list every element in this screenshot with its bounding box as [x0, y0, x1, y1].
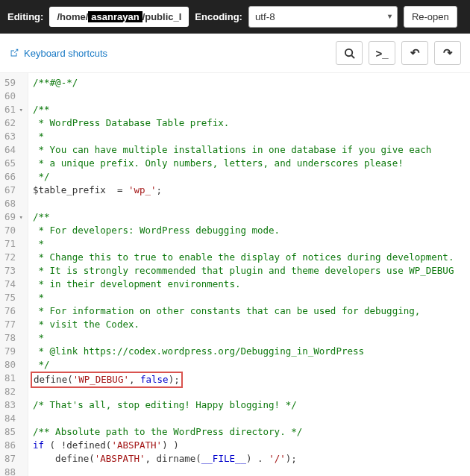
- undo-button[interactable]: ↶: [401, 41, 428, 65]
- external-link-icon: [9, 48, 19, 58]
- keyboard-shortcuts-label: Keyboard shortcuts: [24, 48, 107, 59]
- line-number: 87: [3, 452, 23, 466]
- code-line[interactable]: /**#@-*/: [33, 76, 454, 90]
- line-number: 75: [3, 291, 23, 304]
- line-number: 85: [3, 425, 23, 439]
- line-number: 66: [3, 170, 23, 184]
- line-number: 65: [3, 157, 23, 170]
- line-number: 88: [3, 466, 23, 476]
- code-line[interactable]: *: [33, 331, 454, 345]
- line-number: 79: [3, 345, 23, 358]
- highlighted-line: define('WP_DEBUG', false);: [31, 372, 183, 388]
- line-number: 76: [3, 304, 23, 318]
- code-line[interactable]: [33, 466, 454, 476]
- path-redacted: asanrayan: [88, 11, 142, 22]
- toolbar-icon-group: >_ ↶ ↷: [336, 41, 461, 65]
- code-line[interactable]: /**: [33, 210, 454, 224]
- line-number: 62: [3, 116, 23, 130]
- redo-button[interactable]: ↷: [434, 41, 461, 65]
- file-path-input[interactable]: /home/ asanrayan /public_l: [49, 7, 189, 27]
- encoding-select[interactable]: utf-8: [248, 6, 398, 28]
- line-number: 61▾: [3, 103, 23, 116]
- line-number: 78: [3, 331, 23, 345]
- search-icon: [344, 48, 355, 59]
- line-number: 64: [3, 143, 23, 157]
- line-number: 72: [3, 251, 23, 264]
- code-line[interactable]: *: [33, 291, 454, 304]
- encoding-label: Encoding:: [195, 11, 242, 22]
- code-line[interactable]: * For information on other constants tha…: [33, 304, 454, 318]
- code-line[interactable]: * It is strongly recommended that plugin…: [33, 264, 454, 278]
- code-line[interactable]: define('WP_DEBUG', false);: [33, 372, 454, 385]
- line-number: 73: [3, 264, 23, 278]
- code-line[interactable]: * @link https://codex.wordpress.org/Debu…: [33, 345, 454, 358]
- editing-label: Editing:: [7, 11, 43, 22]
- line-number: 67: [3, 184, 23, 197]
- svg-line-1: [351, 55, 354, 58]
- code-content[interactable]: /**#@-*/ /** * WordPress Database Table …: [28, 73, 458, 476]
- line-number: 82: [3, 385, 23, 398]
- code-line[interactable]: * in their development environments.: [33, 278, 454, 291]
- line-number: 86: [3, 439, 23, 452]
- path-prefix: /home/: [57, 11, 88, 22]
- line-number: 84: [3, 412, 23, 425]
- code-editor[interactable]: 596061▾6263646566676869▾7071727374757677…: [0, 73, 470, 476]
- code-line[interactable]: *: [33, 237, 454, 251]
- line-number: 74: [3, 278, 23, 291]
- code-line[interactable]: if ( !defined('ABSPATH') ): [33, 439, 454, 452]
- code-line[interactable]: * You can have multiple installations in…: [33, 143, 454, 157]
- code-line[interactable]: * a unique prefix. Only numbers, letters…: [33, 157, 454, 170]
- line-number: 81: [3, 372, 23, 385]
- code-line[interactable]: define('ABSPATH', dirname(__FILE__) . '/…: [33, 452, 454, 466]
- code-line[interactable]: /**: [33, 103, 454, 116]
- code-line[interactable]: [33, 197, 454, 210]
- code-line[interactable]: [33, 412, 454, 425]
- terminal-button[interactable]: >_: [369, 41, 395, 65]
- svg-point-0: [345, 48, 351, 55]
- code-line[interactable]: $table_prefix = 'wp_';: [33, 184, 454, 197]
- line-number: 60: [3, 90, 23, 103]
- reopen-button[interactable]: Re-open: [404, 6, 457, 28]
- fold-toggle-icon[interactable]: ▾: [17, 210, 23, 224]
- code-line[interactable]: */: [33, 170, 454, 184]
- line-number: 68: [3, 197, 23, 210]
- line-number: 70: [3, 224, 23, 237]
- line-number: 77: [3, 318, 23, 331]
- line-number-gutter: 596061▾6263646566676869▾7071727374757677…: [0, 73, 28, 476]
- code-line[interactable]: /** Absolute path to the WordPress direc…: [33, 425, 454, 439]
- code-line[interactable]: * visit the Codex.: [33, 318, 454, 331]
- code-line[interactable]: */: [33, 358, 454, 372]
- line-number: 83: [3, 398, 23, 412]
- line-number: 63: [3, 130, 23, 143]
- line-number: 71: [3, 237, 23, 251]
- code-line[interactable]: * For developers: WordPress debugging mo…: [33, 224, 454, 237]
- code-line[interactable]: * WordPress Database Table prefix.: [33, 116, 454, 130]
- editor-header: Editing: /home/ asanrayan /public_l Enco…: [0, 0, 470, 34]
- code-line[interactable]: [33, 90, 454, 103]
- code-line[interactable]: * Change this to true to enable the disp…: [33, 251, 454, 264]
- code-line[interactable]: /* That's all, stop editing! Happy blogg…: [33, 398, 454, 412]
- search-button[interactable]: [336, 41, 363, 65]
- path-suffix: /public_l: [142, 11, 182, 22]
- editor-subbar: Keyboard shortcuts >_ ↶ ↷: [0, 34, 470, 73]
- code-line[interactable]: *: [33, 130, 454, 143]
- line-number: 69▾: [3, 210, 23, 224]
- fold-toggle-icon[interactable]: ▾: [17, 103, 23, 116]
- keyboard-shortcuts-link[interactable]: Keyboard shortcuts: [9, 48, 107, 59]
- line-number: 59: [3, 76, 23, 90]
- encoding-select-wrap: utf-8: [248, 6, 398, 28]
- line-number: 80: [3, 358, 23, 372]
